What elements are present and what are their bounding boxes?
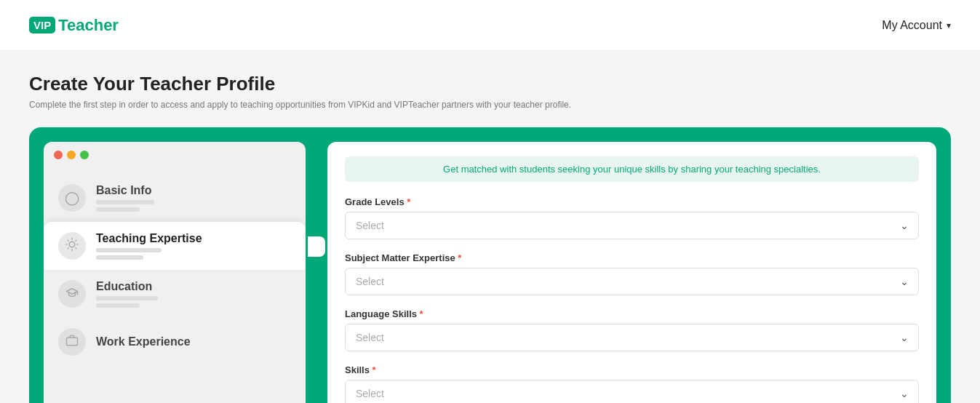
language-skills-select-wrapper: Select ⌄ (345, 324, 919, 351)
lightbulb-icon (65, 238, 79, 255)
svg-line-8 (76, 240, 76, 241)
skills-select-wrapper: Select ⌄ (345, 380, 919, 403)
grade-levels-group: Grade Levels * Select ⌄ (345, 196, 919, 239)
svg-line-4 (76, 247, 76, 248)
line-6 (96, 303, 140, 308)
info-banner: Get matched with students seeking your u… (345, 156, 919, 182)
logo-badge: VIP (29, 17, 55, 33)
teaching-expertise-label: Teaching Expertise (96, 232, 202, 245)
education-content: Education (96, 280, 158, 308)
teaching-expertise-lines (96, 248, 202, 260)
main-content: Create Your Teacher Profile Complete the… (0, 51, 980, 403)
education-label: Education (96, 280, 158, 293)
svg-point-0 (69, 242, 75, 247)
work-experience-content: Work Experience (96, 335, 191, 348)
line-3 (96, 248, 162, 252)
nav-item-basic-info[interactable]: ◯ Basic Info (44, 174, 306, 222)
briefcase-icon (65, 334, 79, 351)
grade-levels-select-wrapper: Select ⌄ (345, 212, 919, 239)
logo: VIP Teacher (29, 16, 119, 35)
grade-levels-required: * (407, 196, 410, 207)
basic-info-icon-circle: ◯ (58, 184, 86, 212)
subject-matter-select[interactable]: Select (345, 268, 919, 295)
page-title: Create Your Teacher Profile (29, 73, 951, 95)
work-experience-icon-circle (58, 328, 86, 356)
line-1 (96, 200, 154, 204)
nav-item-work-experience[interactable]: Work Experience (44, 318, 306, 366)
nav-item-teaching-expertise[interactable]: Teaching Expertise (44, 222, 306, 270)
page-subtitle: Complete the first step in order to acce… (29, 100, 951, 110)
basic-info-content: Basic Info (96, 184, 154, 212)
language-skills-group: Language Skills * Select ⌄ (345, 308, 919, 351)
svg-rect-9 (67, 338, 78, 346)
subject-matter-select-wrapper: Select ⌄ (345, 268, 919, 295)
logo-text: Teacher (58, 16, 119, 35)
person-icon: ◯ (65, 190, 79, 206)
subject-matter-label: Subject Matter Expertise * (345, 252, 919, 263)
language-skills-label: Language Skills * (345, 308, 919, 319)
right-form-panel: Get matched with students seeking your u… (327, 142, 936, 403)
graduation-icon (65, 286, 79, 303)
dot-red (54, 151, 63, 159)
basic-info-lines (96, 200, 154, 212)
my-account-label: My Account (882, 19, 942, 32)
panel-connector (306, 142, 327, 403)
basic-info-label: Basic Info (96, 184, 154, 197)
dot-yellow (67, 151, 76, 159)
nav-items: ◯ Basic Info (44, 168, 306, 372)
left-nav-panel: ◯ Basic Info (44, 142, 306, 403)
svg-line-7 (68, 247, 68, 248)
language-skills-required: * (420, 308, 423, 319)
header: VIP Teacher My Account ▾ (0, 0, 980, 51)
teaching-expertise-icon-circle (58, 232, 86, 260)
grade-levels-select[interactable]: Select (345, 212, 919, 239)
chevron-down-icon: ▾ (947, 20, 951, 31)
nav-item-education[interactable]: Education (44, 270, 306, 318)
profile-card: ◯ Basic Info (29, 127, 951, 403)
education-icon-circle (58, 280, 86, 308)
language-skills-select[interactable]: Select (345, 324, 919, 351)
line-4 (96, 255, 143, 260)
skills-group: Skills * Select ⌄ (345, 364, 919, 403)
my-account-menu[interactable]: My Account ▾ (882, 19, 951, 32)
education-lines (96, 296, 158, 308)
subject-matter-group: Subject Matter Expertise * Select ⌄ (345, 252, 919, 295)
skills-select[interactable]: Select (345, 380, 919, 403)
svg-line-3 (68, 240, 68, 241)
line-2 (96, 207, 140, 212)
teaching-expertise-content: Teaching Expertise (96, 232, 202, 260)
line-5 (96, 296, 158, 300)
grade-levels-label: Grade Levels * (345, 196, 919, 207)
skills-required: * (373, 364, 376, 375)
work-experience-label: Work Experience (96, 335, 191, 348)
dot-green-indicator (80, 151, 89, 159)
subject-matter-required: * (458, 252, 461, 263)
connector-notch (308, 236, 325, 257)
skills-label: Skills * (345, 364, 919, 375)
browser-dots (44, 142, 306, 168)
